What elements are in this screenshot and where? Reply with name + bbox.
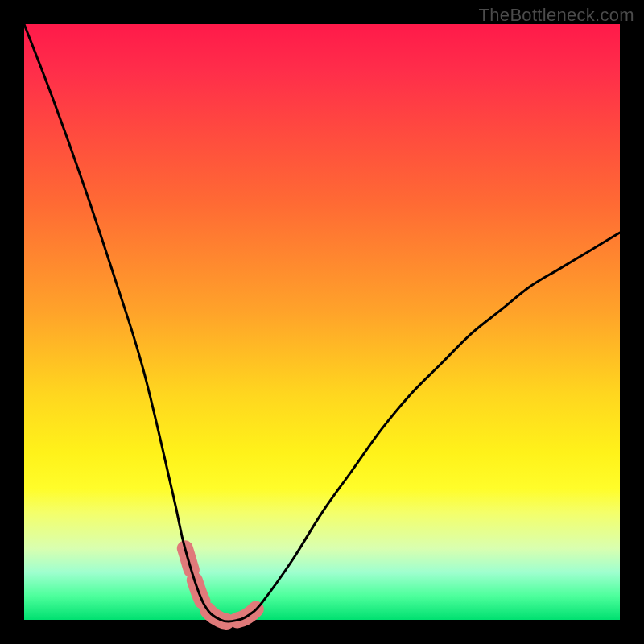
chart-frame: TheBottleneck.com bbox=[0, 0, 644, 644]
plot-area bbox=[24, 24, 620, 620]
bottleneck-curve bbox=[24, 24, 620, 621]
watermark-text: TheBottleneck.com bbox=[479, 5, 634, 26]
curve-svg bbox=[24, 24, 620, 620]
